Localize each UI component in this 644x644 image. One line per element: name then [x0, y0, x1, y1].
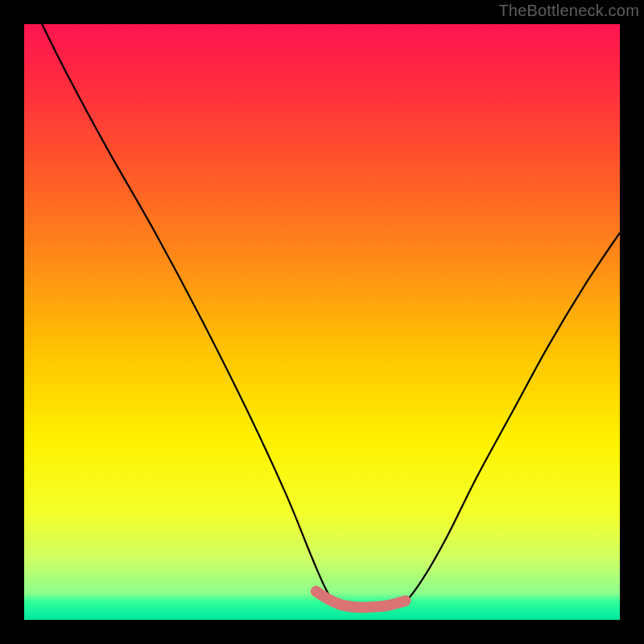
optimum-band [316, 591, 406, 607]
curve-layer [24, 24, 620, 620]
watermark-text: TheBottleneck.com [498, 2, 639, 20]
chart-frame: TheBottleneck.com [0, 0, 644, 644]
plot-area [24, 24, 620, 620]
bottleneck-curve [42, 24, 620, 609]
